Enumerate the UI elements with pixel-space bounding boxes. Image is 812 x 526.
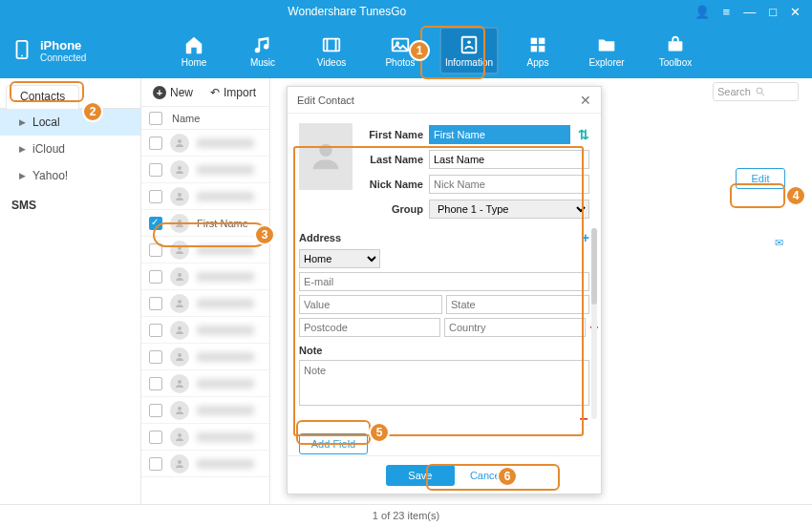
- nav-apps[interactable]: Apps: [508, 27, 567, 74]
- user-icon[interactable]: 👤: [694, 5, 710, 19]
- scrollbar[interactable]: [591, 228, 597, 419]
- svg-point-24: [178, 433, 182, 437]
- country-field[interactable]: [444, 318, 586, 337]
- callout-5: 5: [369, 422, 390, 443]
- svg-point-1: [21, 54, 23, 56]
- sidebar-sms[interactable]: SMS: [0, 189, 140, 212]
- svg-point-15: [178, 193, 182, 197]
- dialog-close-icon[interactable]: ✕: [580, 93, 591, 108]
- table-row[interactable]: [141, 290, 269, 317]
- svg-rect-5: [462, 36, 477, 53]
- svg-rect-9: [531, 45, 537, 51]
- note-field[interactable]: [299, 360, 589, 406]
- phone-icon: [11, 35, 32, 67]
- save-button[interactable]: Save: [386, 465, 455, 486]
- contact-list: +New ↶Import Name First Name: [141, 78, 270, 504]
- table-row[interactable]: [141, 263, 269, 290]
- svg-rect-2: [324, 38, 340, 51]
- postcode-field[interactable]: [299, 318, 440, 337]
- svg-point-16: [178, 220, 182, 223]
- swap-icon[interactable]: ⇅: [578, 127, 589, 142]
- nav-information[interactable]: Information: [439, 27, 499, 74]
- device-panel[interactable]: iPhone Connected: [11, 35, 145, 67]
- device-status: Connected: [40, 53, 86, 63]
- add-address-icon[interactable]: +: [582, 230, 589, 245]
- nav-home[interactable]: Home: [164, 27, 224, 74]
- svg-point-13: [178, 139, 182, 143]
- dialog-title: Edit Contact: [297, 95, 354, 106]
- callout-6: 6: [497, 466, 518, 487]
- minimize-icon[interactable]: —: [743, 5, 756, 19]
- window-title: Wondershare TunesGo: [0, 5, 694, 18]
- svg-point-27: [319, 144, 331, 157]
- svg-point-14: [178, 166, 182, 170]
- row-checkbox[interactable]: [149, 217, 162, 230]
- edit-contact-dialog: Edit Contact ✕ First Name⇅ Last Name Nic…: [287, 86, 602, 494]
- import-button[interactable]: ↶Import: [210, 86, 256, 99]
- nick-name-field[interactable]: [429, 175, 589, 194]
- svg-point-6: [467, 40, 471, 44]
- table-row[interactable]: [141, 370, 269, 397]
- table-row[interactable]: [141, 317, 269, 344]
- close-icon[interactable]: ✕: [790, 5, 801, 19]
- sidebar-item-icloud[interactable]: ▶iCloud: [0, 136, 140, 162]
- sidebar-item-local[interactable]: ▶Local: [0, 109, 140, 136]
- svg-point-18: [178, 273, 182, 277]
- email-field[interactable]: [299, 272, 589, 291]
- first-name-field[interactable]: [429, 125, 570, 144]
- svg-rect-8: [539, 37, 545, 43]
- nav-toolbox[interactable]: Toolbox: [646, 27, 705, 74]
- maximize-icon[interactable]: □: [769, 5, 777, 19]
- svg-point-12: [757, 88, 762, 94]
- table-row[interactable]: [141, 237, 269, 263]
- address-type-select[interactable]: Home: [299, 249, 380, 268]
- search-icon: [755, 86, 766, 97]
- nav-music[interactable]: Music: [233, 27, 292, 74]
- callout-1: 1: [409, 40, 430, 61]
- device-name: iPhone: [40, 38, 86, 53]
- svg-point-20: [178, 326, 182, 330]
- table-row[interactable]: [141, 344, 269, 370]
- sidebar-item-yahoo[interactable]: ▶Yahoo!: [0, 162, 140, 189]
- status-bar: 1 of 23 item(s): [0, 504, 812, 525]
- svg-rect-10: [539, 45, 545, 51]
- main-toolbar: iPhone Connected Home Music Videos Photo…: [0, 23, 812, 78]
- callout-3: 3: [254, 224, 275, 245]
- last-name-field[interactable]: [429, 150, 589, 169]
- callout-4: 4: [785, 185, 806, 206]
- table-row-selected[interactable]: First Name: [141, 210, 269, 237]
- sidebar: Contacts ▶Local ▶iCloud ▶Yahoo! SMS: [0, 78, 141, 504]
- search-input[interactable]: Search: [713, 82, 799, 101]
- svg-point-23: [178, 407, 182, 410]
- menu-icon[interactable]: ≡: [723, 5, 731, 19]
- table-row[interactable]: [141, 157, 269, 183]
- table-row[interactable]: [141, 451, 269, 477]
- value-field[interactable]: [299, 295, 442, 314]
- svg-point-21: [178, 353, 182, 357]
- mail-icon[interactable]: ✉: [775, 237, 783, 249]
- callout-2: 2: [82, 101, 103, 122]
- name-column: Name: [172, 113, 200, 124]
- remove-note-icon[interactable]: −: [578, 410, 589, 428]
- svg-point-17: [178, 246, 182, 250]
- new-button[interactable]: +New: [153, 86, 193, 99]
- edit-button[interactable]: Edit: [736, 168, 785, 189]
- tab-contacts[interactable]: Contacts: [6, 85, 79, 109]
- svg-rect-7: [531, 37, 537, 43]
- dialog-avatar[interactable]: [299, 123, 353, 190]
- nav-videos[interactable]: Videos: [302, 27, 361, 74]
- table-row[interactable]: [141, 397, 269, 424]
- svg-point-19: [178, 300, 182, 304]
- nav-explorer[interactable]: Explorer: [577, 27, 636, 74]
- add-field-button[interactable]: Add Field: [299, 433, 368, 454]
- table-row[interactable]: [141, 424, 269, 451]
- state-field[interactable]: [446, 295, 589, 314]
- table-row[interactable]: [141, 130, 269, 157]
- svg-rect-11: [669, 41, 683, 51]
- svg-point-22: [178, 380, 182, 384]
- title-bar: Wondershare TunesGo 👤 ≡ — □ ✕: [0, 0, 812, 23]
- table-row[interactable]: [141, 183, 269, 210]
- select-all-checkbox[interactable]: [149, 112, 162, 125]
- group-select[interactable]: Phone 1 - Type: [429, 200, 589, 219]
- svg-point-25: [178, 460, 182, 464]
